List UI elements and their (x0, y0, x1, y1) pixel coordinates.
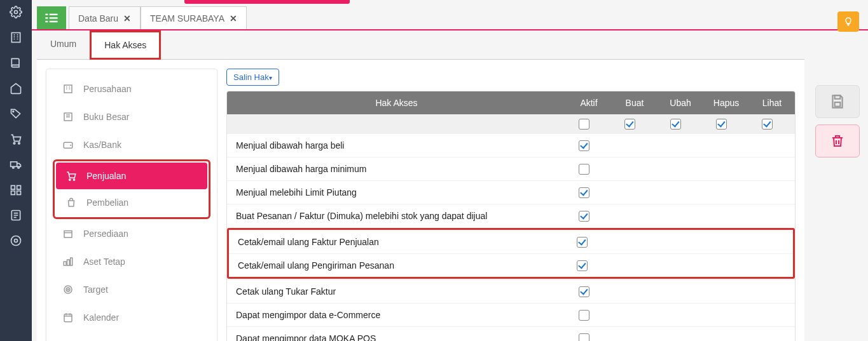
building-icon[interactable] (9, 30, 23, 44)
save-button[interactable] (815, 85, 860, 118)
disk-icon[interactable] (9, 234, 23, 248)
nav-label: Persediaan (83, 229, 128, 239)
table-row: Cetak/email ulang Pengiriman Pesanan (229, 253, 793, 277)
svg-point-2 (13, 111, 14, 112)
sub-tab-hak-akses[interactable]: Hak Akses (90, 30, 161, 60)
svg-rect-33 (64, 314, 72, 322)
svg-rect-18 (50, 17, 58, 18)
table-row: Cetak/email ulang Faktur Penjualan (229, 230, 793, 253)
nav-aset-tetap[interactable]: Aset Tetap (53, 248, 210, 275)
nav-label: Buku Besar (83, 112, 129, 122)
table-row: Dapat mengimpor data e-Commerce (227, 303, 795, 326)
truck-icon[interactable] (9, 157, 23, 171)
building-icon (62, 83, 74, 95)
svg-point-14 (15, 239, 18, 243)
checkbox[interactable] (579, 211, 589, 222)
nav-kalender[interactable]: Kalender (53, 304, 210, 331)
permission-label: Cetak ulang Tukar Faktur (232, 284, 561, 299)
table-row: Menjual dibawah harga beli (227, 133, 795, 157)
idea-button[interactable] (837, 11, 859, 32)
table-row (227, 114, 795, 133)
close-icon[interactable]: ✕ (123, 13, 131, 23)
checkbox[interactable] (762, 119, 773, 130)
checkbox[interactable] (579, 119, 589, 130)
nav-label: Penjualan (86, 171, 126, 181)
tag-icon[interactable] (9, 107, 23, 121)
gear-icon[interactable] (9, 5, 23, 19)
svg-rect-21 (64, 85, 72, 93)
chevron-down-icon: ▾ (269, 74, 272, 81)
table-row: Dapat mengimpor data MOKA POS (227, 326, 795, 341)
action-buttons (812, 30, 863, 341)
svg-point-4 (18, 142, 20, 144)
tab-team-surabaya[interactable]: TEAM SURABAYA ✕ (141, 6, 247, 29)
checkbox[interactable] (579, 286, 589, 297)
svg-rect-11 (17, 191, 21, 195)
tab-data-baru[interactable]: Data Baru ✕ (69, 6, 141, 29)
col-lihat: Lihat (749, 91, 795, 114)
tab-label: Data Baru (78, 13, 118, 23)
permission-label: Dapat mengimpor data e-Commerce (232, 307, 561, 323)
list-toggle-button[interactable] (37, 6, 66, 29)
svg-rect-20 (50, 21, 58, 22)
nav-penjualan[interactable]: Penjualan (56, 163, 207, 189)
copy-rights-button[interactable]: Salin Hak▾ (226, 69, 279, 86)
col-hak-akses: Hak Akses (227, 91, 566, 114)
app-sidebar (0, 0, 32, 341)
boxes-icon[interactable] (9, 183, 23, 197)
nav-target[interactable]: Target (53, 276, 210, 303)
book-icon[interactable] (9, 56, 23, 70)
checkbox[interactable] (577, 260, 588, 271)
checkbox[interactable] (579, 333, 589, 342)
permission-label: Menjual dibawah harga beli (232, 138, 561, 153)
svg-rect-16 (50, 14, 58, 15)
svg-rect-19 (45, 21, 48, 22)
svg-rect-29 (71, 258, 72, 265)
svg-rect-8 (11, 185, 15, 189)
wallet-icon (62, 139, 74, 150)
close-icon[interactable]: ✕ (230, 13, 237, 23)
tax-icon[interactable] (9, 208, 23, 222)
checkbox[interactable] (716, 119, 727, 130)
permission-label: Buat Pesanan / Faktur (Dimuka) melebihi … (232, 208, 561, 224)
checkbox[interactable] (579, 164, 589, 175)
top-accent-bar (184, 0, 350, 4)
nav-pembelian[interactable]: Pembelian (56, 189, 207, 216)
checkbox[interactable] (624, 119, 635, 130)
checkbox[interactable] (579, 187, 589, 198)
svg-rect-35 (835, 102, 841, 107)
calendar-icon (62, 312, 74, 323)
checkbox[interactable] (670, 119, 681, 130)
svg-point-0 (15, 11, 18, 14)
checkbox[interactable] (577, 237, 588, 248)
svg-point-13 (11, 236, 21, 246)
permission-label: Menjual melebihi Limit Piutang (232, 185, 561, 200)
checkbox[interactable] (579, 140, 589, 151)
delete-button[interactable] (815, 124, 860, 157)
asset-icon (62, 256, 74, 267)
box-icon (62, 228, 74, 239)
svg-point-3 (13, 142, 15, 144)
col-buat: Buat (612, 91, 658, 114)
tab-label: TEAM SURABAYA (150, 13, 224, 23)
svg-point-7 (18, 167, 20, 169)
svg-point-24 (69, 179, 71, 180)
svg-rect-1 (11, 33, 20, 43)
cart-icon[interactable] (9, 132, 23, 146)
document-tab-strip: Data Baru ✕ TEAM SURABAYA ✕ (32, 4, 868, 30)
nav-label: Kalender (83, 312, 119, 323)
cart-icon (65, 170, 78, 182)
table-row: Buat Pesanan / Faktur (Dimuka) melebihi … (227, 204, 795, 227)
permission-label: Menjual dibawah harga minimum (232, 161, 561, 177)
col-aktif: Aktif (566, 91, 612, 114)
house-icon[interactable] (9, 81, 23, 95)
checkbox[interactable] (579, 310, 589, 321)
nav-persediaan[interactable]: Persediaan (53, 220, 210, 247)
sub-tab-umum[interactable]: Umum (37, 30, 90, 59)
table-header: Hak Akses Aktif Buat Ubah Hapus Lihat (227, 91, 795, 114)
nav-kas-bank[interactable]: Kas/Bank (53, 131, 210, 158)
nav-label: Pembelian (86, 197, 128, 208)
nav-perusahaan[interactable]: Perusahaan (53, 76, 210, 102)
nav-buku-besar[interactable]: Buku Besar (53, 104, 210, 130)
svg-rect-10 (11, 191, 15, 195)
